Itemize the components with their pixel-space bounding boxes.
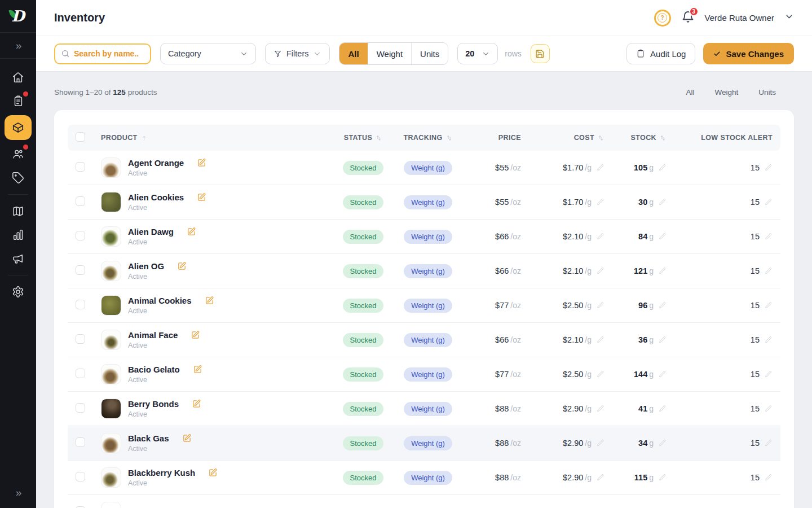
edit-product-icon[interactable] [197, 192, 206, 202]
price-unit: /oz [510, 301, 521, 310]
question-mark-icon [657, 13, 667, 23]
row-checkbox[interactable] [76, 265, 85, 275]
edit-cost-icon[interactable] [597, 370, 604, 378]
sidebar-item-megaphone[interactable] [5, 247, 32, 270]
link-all[interactable]: All [686, 88, 694, 97]
sidebar-item-home[interactable] [5, 65, 32, 89]
product-name: Alien Cookies [128, 192, 184, 202]
edit-low-stock-alert-icon[interactable] [765, 474, 773, 481]
row-checkbox[interactable] [76, 162, 85, 172]
edit-product-icon[interactable] [205, 296, 214, 305]
edit-product-icon[interactable] [197, 158, 206, 168]
row-checkbox[interactable] [76, 196, 85, 206]
sidebar-item-package[interactable] [5, 115, 32, 140]
edit-stock-icon[interactable] [659, 198, 667, 206]
row-checkbox[interactable] [76, 506, 85, 508]
edit-cost-icon[interactable] [597, 164, 604, 172]
cost-value: $2.90 [563, 404, 583, 413]
tab-all[interactable]: All [339, 43, 367, 64]
edit-product-icon[interactable] [187, 227, 196, 237]
funnel-icon [273, 50, 282, 58]
row-checkbox[interactable] [76, 334, 85, 344]
edit-cost-icon[interactable] [597, 336, 604, 344]
column-header-cost[interactable]: COST [521, 134, 604, 142]
sidebar-item-map[interactable] [5, 199, 32, 223]
save-changes-button[interactable]: Save Changes [703, 43, 794, 64]
audit-log-button[interactable]: Audit Log [626, 43, 695, 64]
edit-stock-icon[interactable] [659, 336, 667, 344]
sidebar-expand-top[interactable]: » [0, 33, 36, 59]
row-checkbox[interactable] [76, 403, 85, 413]
edit-stock-icon[interactable] [659, 474, 667, 481]
row-checkbox[interactable] [76, 231, 85, 240]
edit-cost-icon[interactable] [597, 405, 604, 413]
edit-stock-icon[interactable] [659, 439, 667, 447]
column-header-low-stock-alert[interactable]: LOW STOCK ALERT [667, 134, 773, 142]
row-checkbox[interactable] [76, 300, 85, 309]
column-header-price[interactable]: PRICE [457, 134, 521, 142]
rows-label: rows [505, 49, 522, 58]
edit-low-stock-alert-icon[interactable] [765, 336, 773, 344]
rows-per-page-select[interactable]: 20 [457, 43, 498, 64]
search-icon [61, 49, 70, 58]
edit-product-icon[interactable] [182, 433, 192, 443]
sidebar-item-bar-chart[interactable] [5, 223, 32, 247]
save-table-settings-button[interactable] [531, 44, 550, 63]
edit-low-stock-alert-icon[interactable] [765, 370, 773, 378]
edit-low-stock-alert-icon[interactable] [765, 267, 773, 275]
edit-product-icon[interactable] [191, 330, 200, 340]
edit-stock-icon[interactable] [659, 405, 667, 413]
edit-stock-icon[interactable] [659, 301, 667, 309]
edit-stock-icon[interactable] [659, 164, 667, 172]
edit-cost-icon[interactable] [597, 474, 604, 481]
edit-product-icon[interactable] [208, 468, 218, 478]
sidebar-item-settings[interactable] [5, 280, 32, 304]
edit-cost-icon[interactable] [597, 267, 604, 275]
column-header-tracking[interactable]: TRACKING [399, 134, 457, 142]
edit-low-stock-alert-icon[interactable] [765, 301, 773, 309]
notifications-button[interactable]: 3 [681, 10, 695, 26]
edit-product-icon[interactable] [193, 365, 202, 374]
filters-button[interactable]: Filters [265, 43, 330, 64]
sidebar-item-tag[interactable] [5, 166, 32, 190]
edit-stock-icon[interactable] [659, 370, 667, 378]
tab-units[interactable]: Units [411, 43, 448, 64]
help-button[interactable] [654, 10, 671, 27]
column-header-product[interactable]: PRODUCT [101, 134, 327, 142]
column-header-status[interactable]: STATUS [327, 134, 399, 142]
category-select[interactable]: Category [160, 43, 256, 64]
app-logo[interactable]: D [0, 0, 36, 33]
edit-low-stock-alert-icon[interactable] [765, 198, 773, 206]
edit-product-icon[interactable] [192, 399, 201, 409]
tab-weight[interactable]: Weight [368, 43, 411, 64]
edit-low-stock-alert-icon[interactable] [765, 164, 773, 172]
edit-cost-icon[interactable] [597, 198, 604, 206]
edit-cost-icon[interactable] [597, 439, 604, 447]
sidebar-item-users[interactable] [5, 142, 32, 166]
row-checkbox[interactable] [76, 437, 85, 447]
edit-low-stock-alert-icon[interactable] [765, 439, 773, 447]
link-weight[interactable]: Weight [714, 88, 738, 97]
edit-low-stock-alert-icon[interactable] [765, 233, 773, 240]
edit-low-stock-alert-icon[interactable] [765, 405, 773, 413]
sidebar-expand-bottom[interactable]: » [16, 482, 21, 502]
edit-stock-icon[interactable] [659, 267, 667, 275]
link-units[interactable]: Units [758, 88, 776, 97]
edit-cost-icon[interactable] [597, 233, 604, 240]
search-input[interactable] [74, 49, 144, 58]
view-segmented-control: All Weight Units [339, 42, 448, 65]
row-checkbox[interactable] [76, 472, 85, 481]
chevron-down-icon[interactable] [784, 12, 794, 24]
cost-value: $2.10 [563, 335, 583, 344]
product-thumbnail [101, 398, 121, 419]
user-menu[interactable]: Verde Ruta Owner [705, 13, 774, 23]
column-header-stock[interactable]: STOCK [604, 134, 667, 142]
select-all-checkbox[interactable] [76, 132, 85, 142]
price-unit: /oz [510, 370, 521, 379]
edit-cost-icon[interactable] [597, 301, 604, 309]
row-checkbox[interactable] [76, 369, 85, 378]
clipboard-icon [636, 49, 645, 58]
edit-product-icon[interactable] [177, 261, 187, 271]
edit-stock-icon[interactable] [659, 233, 667, 240]
sidebar-item-clipboard[interactable] [5, 89, 32, 113]
